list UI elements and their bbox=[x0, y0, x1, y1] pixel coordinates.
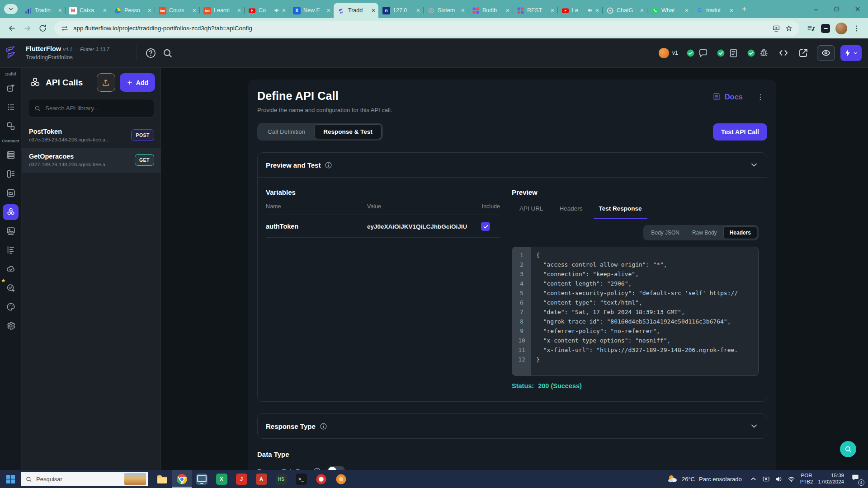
browser-tab-1[interactable]: MCaixa× bbox=[65, 3, 110, 18]
tab-close-icon[interactable]: × bbox=[506, 7, 509, 14]
wifi-icon[interactable] bbox=[788, 475, 795, 483]
rail-item-settings-gear[interactable] bbox=[3, 318, 19, 334]
rail-item-data-schema[interactable] bbox=[3, 166, 19, 182]
taskbar-app-excel[interactable]: X bbox=[212, 470, 231, 488]
tab-close-icon[interactable]: × bbox=[372, 7, 375, 14]
docs-button[interactable]: Docs bbox=[712, 92, 743, 101]
collapse-chevron-icon[interactable] bbox=[750, 422, 759, 431]
response-headers-code[interactable]: 1{2 "access-control-allow-origin": "*",3… bbox=[512, 247, 759, 376]
zoom-search-fab[interactable] bbox=[840, 441, 856, 457]
view-code-icon[interactable] bbox=[778, 47, 789, 58]
parse-data-type-toggle[interactable] bbox=[327, 466, 345, 470]
tab-test-response[interactable]: Test Response bbox=[599, 202, 642, 219]
browser-tab-12[interactable]: Le× bbox=[557, 3, 602, 18]
mode-body-json[interactable]: Body JSON bbox=[645, 226, 686, 239]
browser-menu-icon[interactable] bbox=[853, 24, 861, 33]
api-call-item-GetOperacoes[interactable]: GetOperacoesd327-189-29-148-206.ngrok-fr… bbox=[22, 148, 160, 173]
browser-tab-3[interactable]: hmCours× bbox=[155, 3, 199, 18]
search-highlight-thumbnail[interactable] bbox=[124, 473, 146, 485]
window-minimize-button[interactable] bbox=[806, 0, 826, 18]
run-button[interactable] bbox=[840, 45, 862, 61]
profile-avatar[interactable] bbox=[835, 23, 847, 34]
tab-close-icon[interactable]: × bbox=[58, 7, 62, 14]
tab-response-and-test[interactable]: Response & Test bbox=[314, 124, 382, 139]
tab-close-icon[interactable]: × bbox=[237, 7, 241, 14]
api-call-item-PostToken[interactable]: PostTokene37e-189-29-148-206.ngrok-free.… bbox=[22, 123, 160, 148]
browser-tab-0[interactable]: Tradin× bbox=[20, 3, 65, 18]
status-group-debug[interactable] bbox=[747, 48, 769, 58]
back-button[interactable] bbox=[5, 21, 19, 36]
open-in-new-icon[interactable] bbox=[798, 47, 809, 58]
clock[interactable]: 15:39 17/02/2024 bbox=[818, 473, 844, 485]
speaker-icon[interactable] bbox=[775, 475, 783, 483]
taskbar-app-red-app[interactable]: A bbox=[251, 470, 271, 488]
browser-tab-7[interactable]: Tradd× bbox=[334, 3, 378, 18]
taskbar-app-red-j-app[interactable]: J bbox=[231, 470, 251, 488]
rail-item-page-structure[interactable] bbox=[3, 99, 19, 115]
info-icon[interactable] bbox=[320, 422, 327, 430]
tab-close-icon[interactable]: × bbox=[551, 7, 554, 14]
dark-extension-icon[interactable] bbox=[821, 24, 830, 33]
browser-tab-6[interactable]: XNew F× bbox=[289, 3, 334, 18]
taskbar-app-hs-app[interactable]: HS bbox=[271, 470, 291, 488]
start-button[interactable] bbox=[0, 470, 21, 488]
taskbar-app-orange-circle-app[interactable] bbox=[331, 470, 351, 488]
address-bar[interactable]: app.flutterflow.io/project/tradding-port… bbox=[54, 21, 799, 36]
taskbar-app-red-circle-app[interactable] bbox=[311, 470, 331, 488]
account-chip[interactable]: v1 bbox=[659, 48, 678, 58]
rail-item-cloud-functions[interactable] bbox=[3, 261, 19, 277]
rail-item-theme-palette[interactable] bbox=[3, 299, 19, 315]
browser-tab-14[interactable]: What× bbox=[647, 3, 692, 18]
tab-headers[interactable]: Headers bbox=[560, 202, 583, 219]
tab-close-icon[interactable]: × bbox=[193, 7, 196, 14]
tab-audio-icon[interactable] bbox=[274, 8, 279, 13]
taskbar-app-terminal[interactable]: >_ bbox=[291, 470, 311, 488]
tab-call-definition[interactable]: Call Definition bbox=[259, 124, 314, 139]
browser-tab-11[interactable]: REST× bbox=[513, 3, 557, 18]
tab-close-icon[interactable]: × bbox=[327, 7, 330, 14]
tab-close-icon[interactable]: × bbox=[148, 7, 151, 14]
tab-close-icon[interactable]: × bbox=[685, 7, 689, 14]
collapse-chevron-icon[interactable] bbox=[750, 160, 759, 169]
browser-tab-13[interactable]: ChatG× bbox=[602, 3, 647, 18]
import-api-button[interactable] bbox=[97, 73, 115, 92]
window-restore-button[interactable] bbox=[826, 0, 847, 18]
global-search-icon[interactable] bbox=[162, 47, 173, 59]
forward-button[interactable] bbox=[20, 21, 34, 36]
include-checkbox[interactable] bbox=[481, 222, 490, 231]
taskbar-search-input[interactable]: Pesquisar bbox=[21, 472, 148, 486]
add-api-call-button[interactable]: Add bbox=[120, 73, 155, 92]
language-indicator[interactable]: POR PTB2 bbox=[800, 473, 813, 485]
browser-tab-2[interactable]: Pesso× bbox=[110, 3, 155, 18]
rail-item-content-folder[interactable] bbox=[3, 185, 19, 201]
browser-tab-8[interactable]: n127.0× bbox=[378, 3, 423, 18]
browser-tab-5[interactable]: Co× bbox=[244, 3, 289, 18]
rail-item-widget-add[interactable] bbox=[3, 80, 19, 96]
browser-tab-15[interactable]: Gtradut× bbox=[692, 3, 736, 18]
weather-widget[interactable]: 26°C Parc ensolarado bbox=[667, 474, 742, 484]
tray-chevron-up-icon[interactable] bbox=[750, 475, 757, 483]
tab-close-icon[interactable]: × bbox=[730, 7, 733, 14]
music-list-extension-icon[interactable] bbox=[807, 24, 816, 33]
install-app-icon[interactable] bbox=[772, 24, 780, 33]
info-icon[interactable] bbox=[325, 161, 332, 169]
variable-value-input[interactable]: eyJ0eXAiOiJKV1QiLCJhbGciOiJIU bbox=[367, 223, 471, 230]
tab-search-button[interactable] bbox=[4, 4, 18, 14]
tab-audio-icon[interactable] bbox=[587, 8, 593, 13]
rail-item-media-assets[interactable] bbox=[3, 223, 19, 239]
tab-close-icon[interactable]: × bbox=[282, 7, 286, 14]
rail-item-database[interactable] bbox=[3, 147, 19, 163]
tab-close-icon[interactable]: × bbox=[461, 7, 465, 14]
test-api-call-button[interactable]: Test API Call bbox=[713, 123, 767, 141]
window-close-button[interactable] bbox=[847, 0, 868, 18]
notification-center-button[interactable]: 4 bbox=[851, 473, 863, 485]
rail-item-app-state[interactable] bbox=[3, 242, 19, 258]
rail-item-navigation-link[interactable] bbox=[3, 118, 19, 134]
tab-close-icon[interactable]: × bbox=[416, 7, 420, 14]
tab-close-icon[interactable]: × bbox=[595, 7, 599, 14]
tab-close-icon[interactable]: × bbox=[640, 7, 644, 14]
reload-button[interactable] bbox=[35, 21, 50, 36]
taskbar-app-file-explorer[interactable] bbox=[152, 470, 172, 488]
help-icon[interactable] bbox=[145, 47, 156, 59]
mode-raw-body[interactable]: Raw Body bbox=[686, 226, 723, 239]
